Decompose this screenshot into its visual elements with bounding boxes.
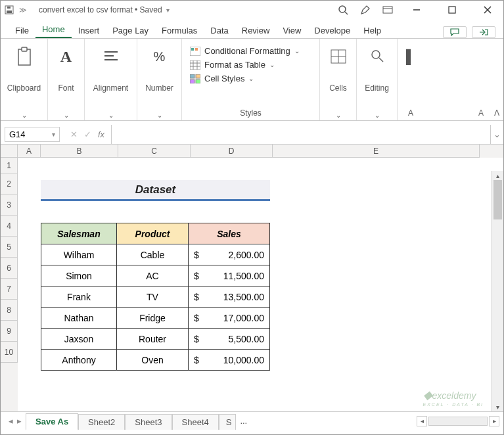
col-header-a[interactable]: A [18, 145, 41, 158]
share-button[interactable] [472, 26, 495, 38]
cell-area[interactable]: Dataset Salesman Product Sales WilhamCab… [18, 158, 503, 411]
cell[interactable]: Router [117, 329, 189, 350]
save-icon[interactable] [5, 5, 14, 14]
cell[interactable]: $17,000.00 [189, 308, 270, 329]
maximize-button[interactable] [440, 2, 464, 18]
row-header[interactable]: 10 [1, 342, 18, 363]
chevron-down-icon[interactable]: ⌄ [64, 112, 69, 119]
header-salesman[interactable]: Salesman [41, 223, 117, 244]
chevron-down-icon[interactable]: ⌄ [336, 112, 341, 119]
cell[interactable]: AC [117, 265, 189, 286]
alignment-icon[interactable] [103, 47, 119, 66]
cell[interactable]: Oven [117, 350, 189, 371]
clipboard-icon[interactable] [16, 47, 33, 66]
row-header[interactable]: 3 [1, 195, 18, 216]
row-header[interactable]: 8 [1, 300, 18, 321]
cell-styles-button[interactable]: Cell Styles ⌄ [190, 72, 311, 85]
close-button[interactable] [476, 2, 499, 18]
row-header[interactable]: 2 [1, 173, 18, 195]
cell[interactable]: Nathan [41, 308, 117, 329]
row-header[interactable]: 4 [1, 216, 18, 237]
select-all-button[interactable] [1, 145, 18, 158]
cells-icon[interactable] [331, 47, 346, 66]
pen-icon[interactable] [360, 5, 371, 15]
cell[interactable]: $2,600.00 [189, 244, 270, 265]
tab-developer[interactable]: Develope [308, 22, 357, 38]
row-header[interactable]: 1 [1, 158, 18, 173]
scroll-thumb[interactable] [493, 180, 502, 219]
fx-label[interactable]: fx [98, 129, 104, 139]
expand-formula-icon[interactable]: ⌄ [490, 125, 503, 144]
prev-sheet-icon[interactable]: ◂ [9, 416, 13, 426]
scroll-down-icon[interactable]: ▾ [492, 402, 503, 411]
next-sheet-icon[interactable]: ▸ [17, 416, 22, 426]
title-dropdown-icon[interactable]: ▾ [166, 7, 170, 14]
tab-view[interactable]: View [276, 22, 308, 38]
window-icon[interactable] [382, 5, 393, 15]
chevron-down-icon[interactable]: ▾ [52, 131, 55, 138]
comments-button[interactable] [443, 26, 467, 38]
conditional-formatting-button[interactable]: Conditional Formatting ⌄ [190, 44, 311, 58]
col-header-b[interactable]: B [41, 145, 118, 158]
sheet-tab-sheet2[interactable]: Sheet2 [78, 414, 125, 430]
scroll-up-icon[interactable]: ▴ [492, 171, 503, 180]
col-header-d[interactable]: D [191, 145, 273, 158]
tab-help[interactable]: Help [357, 22, 388, 38]
cell[interactable]: Fridge [117, 308, 189, 329]
row-header[interactable]: 5 [1, 237, 18, 258]
cell[interactable]: Jaxson [41, 329, 117, 350]
row-header[interactable]: 7 [1, 279, 18, 300]
cell[interactable]: Wilham [41, 244, 117, 265]
collapse-ribbon-icon[interactable]: ᐱ [494, 108, 499, 118]
tab-data[interactable]: Data [204, 22, 235, 38]
sheet-tab-sheet4[interactable]: Sheet4 [172, 414, 219, 430]
cell[interactable]: Anthony [41, 350, 117, 371]
cell[interactable]: TV [117, 286, 189, 308]
tab-formulas[interactable]: Formulas [155, 22, 204, 38]
cancel-icon[interactable]: ✕ [70, 129, 78, 139]
search-icon[interactable] [338, 5, 348, 15]
editing-icon[interactable] [371, 47, 384, 66]
cell[interactable]: $13,500.00 [189, 286, 270, 308]
cell[interactable]: $10,000.00 [189, 350, 270, 371]
cell[interactable]: $5,500.00 [189, 329, 270, 350]
vertical-scrollbar[interactable]: ▴ ▾ [492, 171, 503, 411]
header-sales[interactable]: Sales [189, 223, 270, 244]
tab-insert[interactable]: Insert [72, 22, 106, 38]
tab-file[interactable]: File [9, 22, 35, 38]
sheet-tab-overflow[interactable]: S [219, 414, 237, 430]
more-sheets-icon[interactable]: ... [236, 416, 251, 426]
tab-review[interactable]: Review [235, 22, 277, 38]
col-header-c[interactable]: C [118, 145, 191, 158]
format-as-table-button[interactable]: Format as Table ⌄ [190, 58, 311, 72]
minimize-button[interactable] [405, 2, 428, 18]
scroll-right-icon[interactable]: ▸ [489, 416, 499, 426]
scroll-left-icon[interactable]: ◂ [417, 416, 427, 426]
number-icon[interactable]: % [154, 47, 166, 66]
header-product[interactable]: Product [117, 223, 189, 244]
cell[interactable]: Cable [117, 244, 189, 265]
cell[interactable]: $11,500.00 [189, 265, 270, 286]
tab-home[interactable]: Home [35, 20, 72, 38]
row-header[interactable]: 9 [1, 321, 18, 342]
horizontal-scrollbar[interactable]: ◂ ▸ [417, 416, 499, 426]
tab-pagelayout[interactable]: Page Lay [106, 22, 155, 38]
cell[interactable]: Simon [41, 265, 117, 286]
chevron-down-icon[interactable]: ⌄ [22, 112, 27, 119]
row-header[interactable]: 6 [1, 258, 18, 279]
name-box[interactable]: G14 ▾ [5, 127, 60, 142]
font-icon[interactable]: A [60, 47, 72, 66]
formula-input[interactable] [111, 125, 490, 144]
scroll-track[interactable] [428, 417, 488, 426]
dataset-title-cell[interactable]: Dataset [41, 180, 270, 201]
chevron-down-icon[interactable]: ⌄ [157, 112, 162, 119]
truncated-icon[interactable]: ▌ [406, 47, 415, 66]
cell[interactable]: Frank [41, 286, 117, 308]
chevron-down-icon[interactable]: ⌄ [108, 112, 114, 119]
col-header-e[interactable]: E [273, 145, 480, 158]
chevron-right-icon[interactable]: ≫ [19, 6, 27, 14]
chevron-down-icon[interactable]: ⌄ [375, 112, 380, 119]
sheet-tab-sheet3[interactable]: Sheet3 [125, 414, 172, 430]
sheet-tab-saveas[interactable]: Save As [26, 413, 78, 430]
enter-icon[interactable]: ✓ [84, 129, 91, 139]
